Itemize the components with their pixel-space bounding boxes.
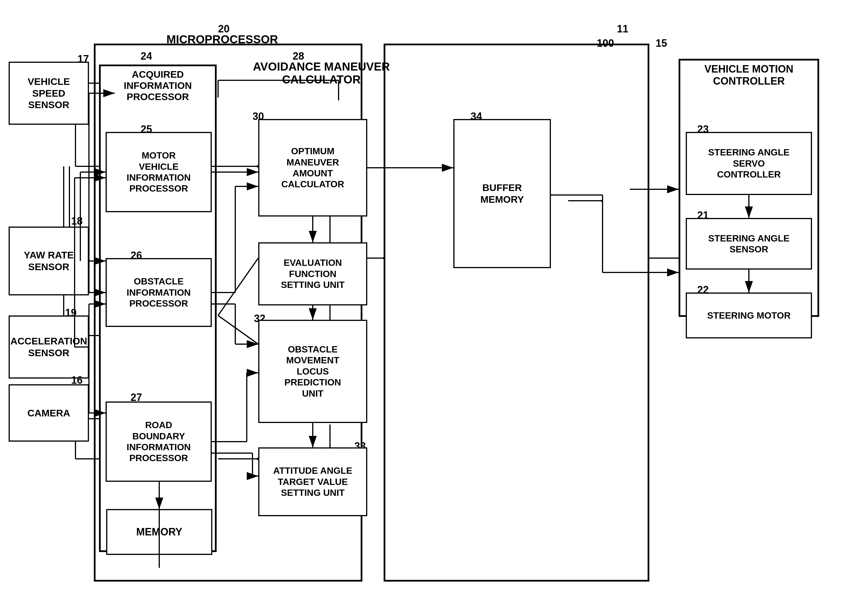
label-acquired-info: ACQUIREDINFORMATIONPROCESSOR — [103, 69, 212, 103]
acceleration-sensor: ACCELERATIONSENSOR — [9, 315, 89, 378]
vehicle-speed-sensor: VEHICLESPEEDSENSOR — [9, 62, 89, 125]
svg-marker-22 — [255, 165, 258, 168]
camera: CAMERA — [9, 384, 89, 441]
label-vehicle-motion-controller: VEHICLE MOTIONCONTROLLER — [680, 63, 818, 87]
ref-18: 18 — [71, 215, 83, 227]
ref-15: 15 — [655, 37, 667, 49]
road-boundary-info-processor: ROADBOUNDARYINFORMATIONPROCESSOR — [106, 402, 212, 482]
svg-marker-4 — [382, 257, 385, 260]
optimum-maneuver-calculator: OPTIMUMMANEUVERAMOUNTCALCULATOR — [258, 119, 367, 217]
yaw-rate-sensor: YAW RATESENSOR — [9, 227, 89, 295]
svg-line-24 — [218, 315, 258, 344]
ref-24: 24 — [141, 50, 152, 62]
obstacle-info-processor: OBSTACLEINFORMATIONPROCESSOR — [106, 258, 212, 327]
label-avoidance-maneuver: AVOIDANCE MANEUVERCALCULATOR — [250, 60, 393, 86]
motor-vehicle-info-processor: MOTORVEHICLEINFORMATIONPROCESSOR — [106, 132, 212, 212]
label-microprocessor: MICROPROCESSOR — [166, 33, 278, 46]
svg-marker-26 — [255, 458, 258, 460]
evaluation-function-setting: EVALUATIONFUNCTIONSETTING UNIT — [258, 242, 367, 305]
ref-100: 100 — [597, 37, 614, 49]
svg-line-23 — [218, 258, 258, 315]
steering-angle-servo: STEERING ANGLESERVOCONTROLLER — [686, 132, 812, 195]
memory: MEMORY — [106, 509, 212, 555]
steering-angle-sensor: STEERING ANGLESENSOR — [686, 218, 812, 270]
buffer-memory: BUFFERMEMORY — [453, 119, 551, 268]
attitude-angle-target: ATTITUDE ANGLETARGET VALUESETTING UNIT — [258, 447, 367, 516]
obstacle-movement-locus: OBSTACLEMOVEMENTLOCUSPREDICTIONUNIT — [258, 320, 367, 423]
svg-marker-37 — [600, 199, 603, 202]
ref-11: 11 — [617, 23, 628, 35]
steering-motor: STEERING MOTOR — [686, 292, 812, 339]
